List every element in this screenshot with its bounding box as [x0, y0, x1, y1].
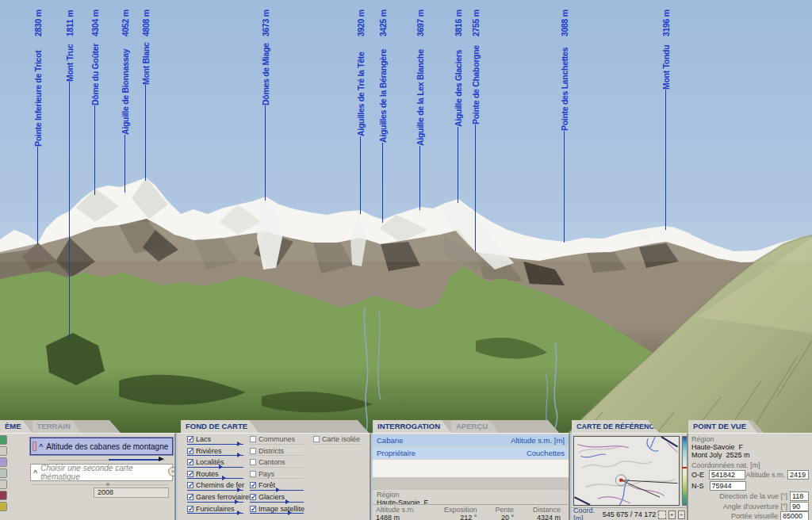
layer-label: Communes [259, 435, 295, 443]
clear-secondary-icon[interactable]: × [168, 467, 176, 476]
terrain-3d-view[interactable]: 2830 mPointe Inferieure de Tricot1811 mM… [0, 0, 812, 433]
layer-slider-thumb[interactable] [276, 488, 280, 492]
col-cabane: Cabane [377, 436, 403, 445]
layer-slider-fill [187, 455, 243, 456]
tab-apercu[interactable]: APERÇU [451, 420, 499, 433]
terrain-render [0, 0, 812, 433]
layer-slider-thumb[interactable] [237, 442, 241, 446]
theme-swatch-icon [33, 442, 36, 451]
secondary-theme-dropdown[interactable]: ^ Choisir une seconde carte thématique [30, 464, 173, 481]
app-window: 2830 mPointe Inferieure de Tricot1811 mM… [0, 0, 812, 520]
layer-row-glaciers: ✓Glaciers [250, 493, 285, 501]
map-tool-icon[interactable] [0, 468, 7, 478]
layer-row-carte-isol-e: Carte isolée [313, 435, 360, 443]
tab-point-de-vue[interactable]: POINT DE VUE [688, 420, 757, 433]
direction-input[interactable] [790, 491, 809, 501]
ns-input[interactable] [710, 481, 746, 491]
carte-reference-tabstrip: CARTE DE RÉFÉRENCE [572, 420, 659, 433]
layer-slider-thumb[interactable] [235, 499, 239, 504]
layer-slider-thumb[interactable] [222, 476, 226, 480]
layer-checkbox[interactable] [250, 459, 256, 465]
layer-checkbox[interactable]: ✓ [250, 494, 256, 500]
zoom-out-button[interactable]: − [678, 510, 685, 519]
layer-checkbox[interactable] [313, 436, 320, 442]
point-de-vue-panel: Région Haute-Savoie F Mont Joly 2525 m C… [688, 433, 812, 520]
tab-terrain[interactable]: TERRAIN [33, 420, 82, 433]
layer-opacity-slider[interactable] [250, 455, 304, 456]
fond-de-carte-panel: ✓Lacs✓Rivières✓Localités✓Routes✓Chemins … [178, 433, 371, 520]
tab-interrogation[interactable]: INTERROGATION [373, 420, 451, 433]
theme-tabstrip: ÈME TERRAIN [0, 420, 121, 433]
layer-checkbox[interactable]: ✓ [187, 482, 193, 488]
layer-opacity-slider[interactable] [313, 444, 361, 445]
palette-tool-icon[interactable] [0, 502, 7, 511]
layer-slider-fill [187, 478, 243, 479]
layer-row-communes: Communes [250, 435, 295, 443]
portee-input[interactable] [780, 511, 809, 520]
pdv-summit-value: Mont Joly 2525 m [691, 451, 750, 460]
separator-band [373, 477, 569, 490]
layer-opacity-slider[interactable] [250, 467, 304, 468]
angle-input[interactable] [790, 502, 809, 511]
layer-checkbox[interactable]: ✓ [187, 436, 193, 442]
layer-slider-fill [250, 502, 304, 503]
col-proprietaire: Propriétaire [377, 449, 416, 457]
layer-label: Image satellite [259, 505, 304, 513]
chevron-up-icon: ^ [39, 442, 43, 450]
theme-tool-icon[interactable] [0, 457, 7, 467]
year-slider[interactable] [32, 484, 168, 485]
slider-arrow-icon[interactable] [159, 457, 164, 461]
layer-checkbox[interactable] [250, 436, 256, 442]
primary-theme-dropdown[interactable]: ^ Altitude des cabanes de montagne [30, 438, 173, 455]
layer-opacity-slider[interactable] [250, 444, 304, 445]
layer-row-rivi-res: ✓Rivières [187, 447, 222, 455]
reference-map[interactable] [573, 436, 680, 506]
close-icon[interactable]: × [174, 438, 176, 446]
layers-tool-icon[interactable] [0, 446, 7, 456]
layer-slider-thumb[interactable] [285, 499, 289, 504]
layer-slider-fill [250, 513, 304, 514]
layer-checkbox[interactable]: ✓ [187, 494, 193, 500]
terrain-info-footer: Altitude s.m. 1488 m Exposition 212 ° Pe… [373, 504, 569, 520]
tab-fond-de-carte[interactable]: FOND DE CARTE [181, 420, 259, 433]
layer-checkbox[interactable]: ✓ [250, 506, 256, 512]
secondary-theme-placeholder: Choisir une seconde carte thématique [40, 464, 172, 481]
table-header-row: Cabane Altitude s.m. [m] [373, 434, 569, 446]
zoom-in-button[interactable]: + [668, 510, 676, 519]
globe-tool-icon[interactable] [0, 435, 7, 445]
layer-row-image-satellite: ✓Image satellite [250, 505, 304, 513]
layer-checkbox[interactable]: ✓ [187, 448, 193, 454]
layer-slider-thumb[interactable] [288, 510, 292, 515]
layer-checkbox[interactable]: ✓ [187, 471, 193, 477]
oe-input[interactable] [709, 470, 745, 480]
layer-checkbox[interactable]: ✓ [250, 482, 256, 488]
layer-slider-fill [187, 513, 243, 514]
fond-tabstrip: FOND DE CARTE [181, 420, 369, 433]
tab-theme[interactable]: ÈME [0, 420, 33, 433]
point-de-vue-tabstrip: POINT DE VUE [688, 420, 764, 433]
layer-label: Lacs [196, 435, 211, 443]
layer-row-for-t: ✓Forêt [250, 481, 275, 489]
year-field[interactable]: 2008 [94, 488, 169, 498]
layer-checkbox[interactable]: ✓ [187, 506, 193, 512]
layer-slider-thumb[interactable] [237, 488, 241, 492]
chart-tool-icon[interactable] [0, 480, 7, 489]
layer-row-routes: ✓Routes [187, 470, 219, 478]
layer-opacity-slider[interactable] [250, 478, 304, 479]
oe-label: O-E [691, 471, 704, 480]
legend-tool-icon[interactable] [0, 491, 7, 500]
col-couchettes: Couchettes [527, 449, 565, 457]
exposition-cell: Exposition 212 ° [432, 506, 481, 520]
table-header-row: Propriétaire Couchettes [373, 447, 569, 459]
layer-checkbox[interactable] [250, 471, 256, 477]
layer-slider-thumb[interactable] [237, 510, 241, 515]
year-slider-thumb[interactable] [106, 483, 109, 486]
layer-checkbox[interactable]: ✓ [187, 459, 193, 465]
layer-slider-thumb[interactable] [237, 453, 241, 457]
layer-checkbox[interactable] [250, 448, 256, 454]
angle-label: Angle d'ouverture [°] [723, 503, 787, 511]
layer-slider-thumb[interactable] [219, 465, 223, 469]
fit-extent-button[interactable] [658, 510, 665, 519]
layer-row-gares-ferroviaires: ✓Gares ferroviaires [187, 493, 253, 501]
pdv-alt-input[interactable] [787, 470, 809, 480]
